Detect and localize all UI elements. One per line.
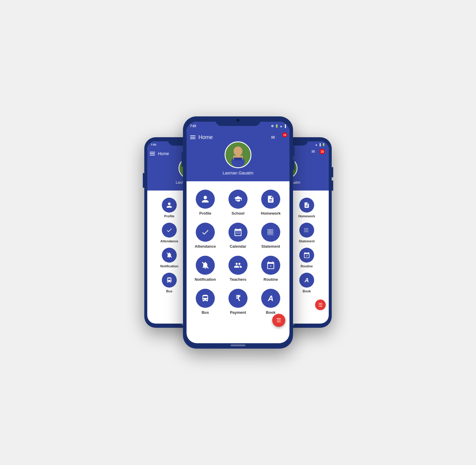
status-icons-center: ⚙ 🔋 ▲ ▐ xyxy=(271,124,286,128)
mail-notif-right[interactable]: ✉ xyxy=(310,148,317,155)
svg-rect-9 xyxy=(234,157,242,160)
teachers-icon-center xyxy=(228,256,248,275)
payment-icon-center: ₹ xyxy=(228,289,248,308)
label-statement-right: Statement xyxy=(299,239,314,243)
wifi-right: ▲ xyxy=(315,143,318,146)
profile-icon-left xyxy=(162,198,177,213)
avatar-center xyxy=(225,141,251,168)
status-icons-right: ▲ ▐ 🔋 xyxy=(315,143,325,146)
calendar-icon-center xyxy=(228,223,248,242)
menu-item-teachers-center[interactable]: Teachers xyxy=(222,252,254,285)
notif-count-center: 15 xyxy=(282,132,287,137)
camera-center xyxy=(237,119,239,122)
notification-icon-left xyxy=(162,248,177,263)
attendance-icon-center xyxy=(196,223,215,242)
menu-item-statement-center[interactable]: Statement xyxy=(254,219,287,252)
label-homework-right: Homework xyxy=(298,214,315,218)
mail-notif-center[interactable]: ✉ xyxy=(269,134,276,141)
label-statement-center: Statement xyxy=(262,244,280,249)
bus-icon-left xyxy=(162,273,177,288)
label-teachers-center: Teachers xyxy=(230,277,246,282)
time-left: 7:03 xyxy=(151,143,156,146)
label-routine-center: Routine xyxy=(264,277,278,282)
profile-icon-center xyxy=(196,190,215,209)
right-top-icons: ✉ 15 xyxy=(310,148,326,155)
hamburger-left[interactable] xyxy=(150,152,155,155)
menu-item-routine-center[interactable]: Routine xyxy=(254,252,287,285)
svg-point-6 xyxy=(234,146,242,156)
book-icon-right: A xyxy=(299,273,314,288)
menu-item-bus-center[interactable]: Bus xyxy=(189,285,222,318)
home-btn-center[interactable] xyxy=(231,344,245,346)
fab-icon-right: ☰ xyxy=(318,302,322,308)
header-title-center: Home xyxy=(198,134,266,141)
routine-icon-center xyxy=(261,256,280,275)
battery-right: 🔋 xyxy=(322,143,325,146)
gear-icon-center: ⚙ xyxy=(271,124,274,128)
count-badge-right[interactable]: 15 xyxy=(319,148,326,155)
mail-icon-right: ✉ xyxy=(311,149,315,154)
label-book-center: Book xyxy=(266,310,276,315)
label-book-right: Book xyxy=(303,289,311,293)
signal-right: ▐ xyxy=(319,143,321,146)
phone-center: 7:03 ⚙ 🔋 ▲ ▐ Home ✉ xyxy=(183,116,293,349)
fab-button-center[interactable]: ☰ xyxy=(272,314,285,327)
menu-item-school-center[interactable]: School xyxy=(222,186,254,219)
menu-item-profile-center[interactable]: Profile xyxy=(189,186,222,219)
label-attendance-center: Attendance xyxy=(195,244,216,249)
menu-item-homework-center[interactable]: Homework xyxy=(254,186,287,219)
menu-item-book-center[interactable]: A Book xyxy=(254,285,287,318)
mail-icon-center: ✉ xyxy=(271,135,275,140)
label-notification-center: Notification xyxy=(195,277,216,282)
notification-icon-center xyxy=(196,256,215,275)
label-profile-center: Profile xyxy=(199,211,211,216)
signal-center: ▐ xyxy=(284,124,286,128)
profile-name-center: Laxman Gauatm xyxy=(223,171,253,175)
label-payment-center: Payment xyxy=(230,310,246,315)
profile-section-center: Laxman Gauatm xyxy=(187,144,289,181)
menu-item-notification-center[interactable]: Notification xyxy=(189,252,222,285)
avatar-person-center xyxy=(226,142,250,167)
label-routine-right: Routine xyxy=(301,264,313,268)
bus-icon-center xyxy=(196,289,215,308)
label-homework-center: Homework xyxy=(261,211,281,216)
statement-icon-right xyxy=(299,223,314,238)
time-center: 7:03 xyxy=(190,124,196,128)
school-icon-center xyxy=(228,190,248,209)
homework-icon-center xyxy=(261,190,280,209)
header-icons-center: ✉ 15 xyxy=(269,134,286,141)
label-school-center: School xyxy=(231,211,244,216)
homework-icon-right xyxy=(299,198,314,213)
attendance-icon-left xyxy=(162,223,177,238)
routine-icon-right xyxy=(299,248,314,263)
menu-item-payment-center[interactable]: ₹ Payment xyxy=(222,285,254,318)
menu-grid-center: Profile School Homework xyxy=(187,181,289,323)
fab-button-right[interactable]: ☰ xyxy=(315,299,326,310)
book-icon-center: A xyxy=(261,289,280,308)
label-profile-left: Profile xyxy=(164,214,174,218)
label-bus-left: Bus xyxy=(166,289,173,293)
menu-item-calendar-center[interactable]: Calendar xyxy=(222,219,254,252)
phones-container: 7:03 ⚙ 🔋 Home xyxy=(74,24,402,441)
menu-item-attendance-center[interactable]: Attendance xyxy=(189,219,222,252)
screen-center: 7:03 ⚙ 🔋 ▲ ▐ Home ✉ xyxy=(187,122,289,343)
label-bus-center: Bus xyxy=(202,310,209,315)
notif-count-right: 15 xyxy=(320,149,325,154)
wifi-center: ▲ xyxy=(280,124,283,128)
hamburger-center[interactable] xyxy=(190,135,195,139)
battery-icon-center: 🔋 xyxy=(275,124,278,128)
fab-icon-center: ☰ xyxy=(276,317,281,324)
statement-icon-center xyxy=(261,223,280,242)
label-attendance-left: Attendance xyxy=(160,239,178,243)
label-calendar-center: Calendar xyxy=(230,244,246,249)
label-notification-left: Notification xyxy=(160,264,178,268)
count-badge-center[interactable]: 15 xyxy=(279,134,286,141)
